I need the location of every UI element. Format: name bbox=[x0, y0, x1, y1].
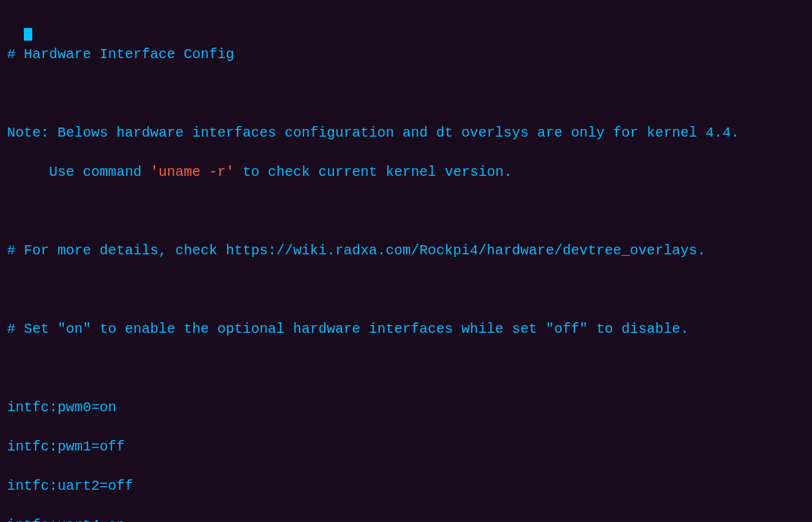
pwm1-line: intfc:pwm1=off bbox=[7, 437, 805, 457]
title-comment: # Hardware Interface Config bbox=[7, 45, 805, 64]
set-on-comment: # Set "on" to enable the optional hardwa… bbox=[7, 320, 805, 339]
empty-line-1 bbox=[7, 84, 805, 104]
pwm0-line: intfc:pwm0=on bbox=[7, 398, 805, 418]
empty-line-2 bbox=[7, 202, 805, 221]
empty-line-4 bbox=[7, 359, 805, 378]
uart4-line: intfc:uart4=on bbox=[7, 516, 805, 522]
terminal-window: # Hardware Interface Config Note: Belows… bbox=[7, 6, 805, 516]
for-more-details: # For more details, check https://wiki.r… bbox=[7, 241, 805, 261]
cursor-block bbox=[24, 28, 32, 41]
note-line-1: Note: Belows hardware interfaces configu… bbox=[7, 123, 805, 143]
uart2-line: intfc:uart2=off bbox=[7, 476, 805, 496]
uname-command: 'uname -r' bbox=[150, 164, 234, 180]
note-line-2: Use command 'uname -r' to check current … bbox=[7, 163, 805, 182]
empty-line-3 bbox=[7, 280, 805, 300]
